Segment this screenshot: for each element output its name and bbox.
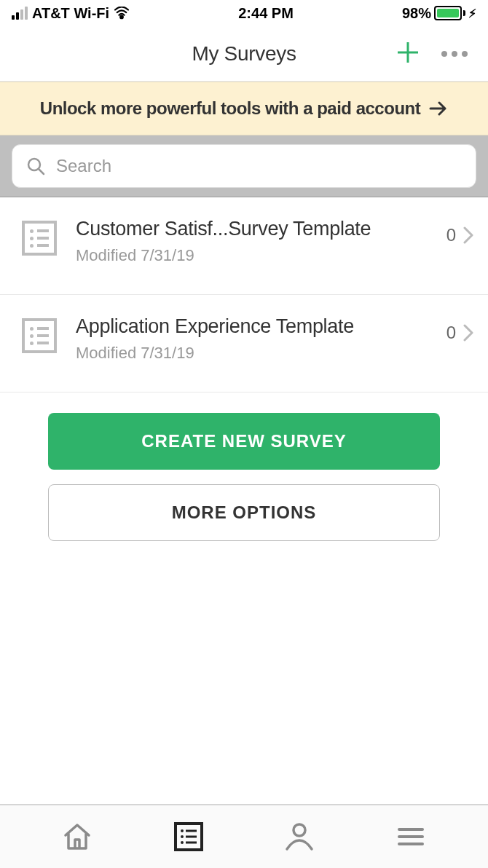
survey-list: Customer Satisf...Survey Template Modifi…	[0, 197, 488, 392]
tab-profile[interactable]	[278, 815, 321, 859]
survey-row[interactable]: Application Experience Template Modified…	[0, 295, 488, 392]
survey-body: Application Experience Template Modified…	[76, 315, 428, 363]
list-icon	[172, 820, 205, 853]
upgrade-banner-text: Unlock more powerful tools with a paid a…	[40, 98, 420, 119]
survey-row[interactable]: Customer Satisf...Survey Template Modifi…	[0, 197, 488, 295]
tab-surveys[interactable]	[167, 815, 210, 859]
tab-menu[interactable]	[389, 815, 433, 859]
survey-trail: 0	[446, 225, 473, 245]
tab-home[interactable]	[55, 815, 99, 859]
create-new-survey-button[interactable]: CREATE NEW SURVEY	[48, 413, 440, 470]
survey-trail: 0	[446, 323, 473, 343]
action-buttons: CREATE NEW SURVEY MORE OPTIONS	[0, 392, 488, 561]
status-time: 2:44 PM	[238, 5, 294, 22]
svg-point-8	[181, 835, 184, 838]
survey-list-icon	[22, 221, 57, 256]
bottom-tab-bar	[0, 804, 488, 868]
battery-percent: 98%	[402, 5, 431, 22]
carrier-label: AT&T Wi-Fi	[32, 5, 109, 22]
app-header: My Surveys	[0, 26, 488, 82]
search-input[interactable]	[56, 156, 463, 176]
survey-body: Customer Satisf...Survey Template Modifi…	[76, 218, 428, 265]
survey-title: Application Experience Template	[76, 315, 428, 338]
svg-point-0	[120, 16, 123, 19]
page-title: My Surveys	[192, 42, 296, 66]
arrow-right-icon	[429, 101, 448, 116]
response-count: 0	[446, 323, 456, 343]
search-container	[0, 135, 488, 197]
search-field[interactable]	[12, 144, 476, 188]
response-count: 0	[446, 225, 456, 245]
dot-icon	[441, 51, 447, 57]
home-icon	[61, 821, 93, 853]
dot-icon	[462, 51, 468, 57]
svg-point-12	[294, 824, 305, 836]
more-options-button[interactable]: MORE OPTIONS	[48, 484, 440, 541]
battery-icon	[434, 6, 465, 20]
more-menu-button[interactable]	[441, 51, 468, 57]
svg-line-4	[39, 169, 44, 174]
upgrade-banner[interactable]: Unlock more powerful tools with a paid a…	[0, 82, 488, 135]
plus-icon	[395, 39, 421, 66]
dot-icon	[452, 51, 457, 57]
chevron-right-icon	[463, 324, 473, 342]
svg-point-10	[181, 841, 184, 844]
cell-signal-icon	[12, 7, 28, 20]
status-left: AT&T Wi-Fi	[12, 5, 130, 22]
survey-modified: Modified 7/31/19	[76, 246, 428, 265]
wifi-icon	[114, 7, 130, 20]
search-icon	[25, 156, 46, 176]
add-survey-button[interactable]	[395, 39, 421, 68]
status-bar: AT&T Wi-Fi 2:44 PM 98% ⚡︎	[0, 0, 488, 26]
chevron-right-icon	[463, 226, 473, 244]
person-icon	[283, 820, 316, 853]
status-right: 98% ⚡︎	[402, 5, 476, 22]
charging-icon: ⚡︎	[468, 7, 476, 20]
survey-list-icon	[22, 318, 57, 353]
survey-modified: Modified 7/31/19	[76, 344, 428, 363]
svg-point-6	[181, 829, 184, 832]
hamburger-icon	[395, 821, 427, 853]
survey-title: Customer Satisf...Survey Template	[76, 218, 428, 240]
